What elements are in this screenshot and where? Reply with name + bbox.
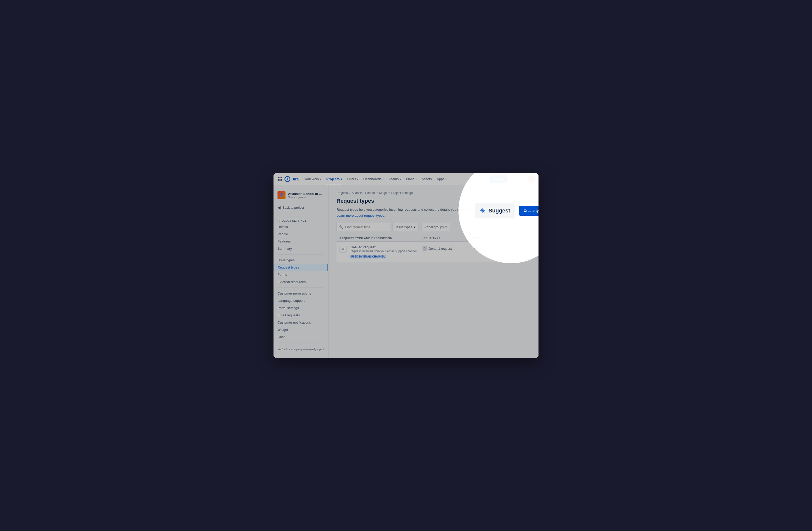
request-type-name[interactable]: Emailed request <box>349 245 417 249</box>
sidebar-item-portal-settings[interactable]: Portal settings <box>274 304 328 311</box>
svg-rect-6 <box>278 180 279 181</box>
sidebar-item-details[interactable]: Details <box>274 223 328 230</box>
col-header-description: Request type and description <box>339 237 422 240</box>
svg-rect-7 <box>279 180 280 181</box>
main-layout: 🔮 Atlassian School of Magic Service proj… <box>274 185 538 358</box>
col-header-groups: Groups <box>473 237 518 240</box>
sidebar: 🔮 Atlassian School of Magic Service proj… <box>274 185 329 358</box>
toolbar: 🔍 Issue types ▾ Portal groups ▾ <box>336 223 531 231</box>
create-button[interactable]: Create <box>490 175 508 183</box>
breadcrumb-projects[interactable]: Projects <box>336 191 348 195</box>
table-row: ✉ Emailed request Request received from … <box>336 242 531 262</box>
sidebar-item-forms[interactable]: Forms <box>274 271 328 278</box>
col-header-issue-type: Issue type <box>422 237 473 240</box>
back-to-project[interactable]: ◀ Back to project <box>274 203 328 212</box>
breadcrumb: Projects / Atlassian School of Magic / P… <box>336 191 531 195</box>
logo-text: Jira <box>292 177 299 181</box>
breadcrumb-project[interactable]: Atlassian School of Magic <box>352 191 388 195</box>
svg-rect-2 <box>281 177 282 178</box>
sidebar-item-people[interactable]: People <box>274 230 328 238</box>
chevron-down-icon: ▾ <box>414 225 416 229</box>
back-icon: ◀ <box>277 205 280 210</box>
portal-groups-label: Portal groups <box>424 225 444 229</box>
sidebar-section-title: Project settings <box>274 216 328 223</box>
project-icon: 🔮 <box>277 191 286 199</box>
issue-type-cell: ? General request <box>422 245 473 251</box>
svg-rect-4 <box>279 179 280 180</box>
sidebar-item-issue-types[interactable]: Issue types <box>274 256 328 264</box>
request-type-icon: ✉ <box>339 246 347 253</box>
svg-rect-5 <box>281 179 282 180</box>
breadcrumb-sep-2: / <box>389 191 390 195</box>
nav-assets[interactable]: Assets <box>419 173 435 185</box>
sidebar-item-chat[interactable]: Chat <box>274 333 328 340</box>
issue-types-dropdown[interactable]: Issue types ▾ <box>392 223 419 231</box>
settings-icon[interactable]: ⚙ <box>518 175 526 183</box>
request-type-details: Emailed request Request received from yo… <box>349 245 417 258</box>
page-description: Request types help you categorize incomi… <box>336 207 531 212</box>
nav-filters[interactable]: Filters ▾ <box>345 173 361 185</box>
sidebar-item-request-types[interactable]: Request types <box>274 264 328 271</box>
more-options-button[interactable]: ··· <box>518 245 527 251</box>
nav-your-work[interactable]: Your work ▾ <box>302 173 324 185</box>
sidebar-item-widget[interactable]: Widget <box>274 326 328 333</box>
table-header: Request type and description Issue type … <box>336 235 531 242</box>
back-label: Back to project <box>282 206 304 209</box>
portal-groups-dropdown[interactable]: Portal groups ▾ <box>421 223 450 231</box>
svg-rect-1 <box>279 177 280 178</box>
breadcrumb-project-settings[interactable]: Project settings <box>391 191 412 195</box>
topnav-right: ? ⚙ <box>508 175 536 183</box>
portal-status: Hidden from portal <box>473 245 518 250</box>
content: Projects / Atlassian School of Magic / P… <box>329 185 538 358</box>
sidebar-item-features[interactable]: Features <box>274 238 328 245</box>
avatar[interactable] <box>527 175 536 183</box>
sidebar-divider-3 <box>277 288 324 288</box>
svg-rect-0 <box>278 177 279 178</box>
nav-apps[interactable]: Apps ▾ <box>434 173 449 185</box>
nav-teams[interactable]: Teams ▾ <box>386 173 404 185</box>
request-type-description: Request received from your email support… <box>349 250 417 253</box>
sidebar-item-summary[interactable]: Summary <box>274 245 328 252</box>
learn-more-link[interactable]: Learn more about request types. <box>336 214 385 218</box>
breadcrumb-sep-1: / <box>349 191 350 195</box>
sidebar-item-customer-permissions[interactable]: Customer permissions <box>274 290 328 297</box>
issue-type-icon: ? <box>422 246 427 251</box>
sidebar-item-language-support[interactable]: Language support <box>274 297 328 304</box>
nav-projects[interactable]: Projects ▾ <box>324 173 344 185</box>
sidebar-footer: You're in a company-managed project <box>274 345 328 354</box>
chevron-down-icon-2: ▾ <box>445 225 447 229</box>
search-icon: 🔍 <box>339 225 343 229</box>
col-header-actions <box>518 237 527 240</box>
request-type-cell: ✉ Emailed request Request received from … <box>339 245 422 258</box>
grid-icon[interactable] <box>276 176 284 183</box>
svg-rect-3 <box>278 179 279 180</box>
sidebar-item-external-resources[interactable]: External resources <box>274 278 328 285</box>
search-input[interactable] <box>345 225 387 229</box>
request-type-tag: USED BY EMAIL CHANNEL <box>349 255 387 258</box>
sidebar-item-customer-notifications[interactable]: Customer notifications <box>274 319 328 326</box>
page-title: Request types <box>336 198 531 204</box>
project-type: Service project <box>288 196 324 199</box>
sidebar-item-email-requests[interactable]: Email requests <box>274 311 328 319</box>
help-icon[interactable]: ? <box>508 175 517 183</box>
sidebar-divider-4 <box>277 343 324 343</box>
nav-plans[interactable]: Plans ▾ <box>404 173 419 185</box>
request-types-table: Request type and description Issue type … <box>336 235 531 262</box>
logo[interactable]: Jira <box>285 176 299 182</box>
nav-dashboards[interactable]: Dashboards ▾ <box>361 173 386 185</box>
svg-rect-8 <box>281 180 282 181</box>
issue-types-label: Issue types <box>396 225 412 229</box>
search-box: 🔍 <box>336 223 390 231</box>
project-info: Atlassian School of Magic Service projec… <box>288 192 324 199</box>
topnav: Jira Your work ▾ Projects ▾ Filters ▾ Da… <box>274 173 538 185</box>
issue-type-name: General request <box>429 247 452 251</box>
app-window: Jira Your work ▾ Projects ▾ Filters ▾ Da… <box>274 173 538 358</box>
project-name: Atlassian School of Magic <box>288 192 324 196</box>
sidebar-project: 🔮 Atlassian School of Magic Service proj… <box>274 189 328 203</box>
nav-items: Your work ▾ Projects ▾ Filters ▾ Dashboa… <box>302 173 487 185</box>
